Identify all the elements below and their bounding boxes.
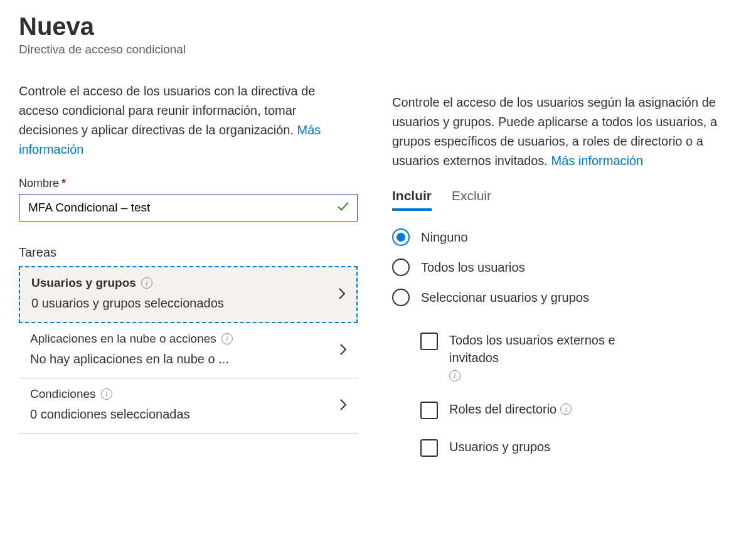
chevron-right-icon bbox=[338, 286, 346, 304]
task-cloud-apps-title: Aplicaciones en la nube o acciones bbox=[30, 332, 216, 346]
name-label-text: Nombre bbox=[19, 177, 59, 190]
radio-select-users-groups[interactable]: Seleccionar usuarios y grupos bbox=[392, 289, 734, 306]
checkbox-icon bbox=[420, 439, 438, 457]
radio-all-users[interactable]: Todos los usuarios bbox=[392, 259, 734, 276]
right-more-link[interactable]: Más información bbox=[551, 154, 643, 168]
radio-none-label: Ninguno bbox=[421, 230, 468, 245]
include-exclude-tabs: Incluir Excluir bbox=[392, 188, 734, 211]
task-cloud-apps-status: No hay aplicaciones en la nube o ... bbox=[30, 352, 346, 366]
name-input[interactable] bbox=[19, 194, 358, 221]
chevron-right-icon bbox=[339, 397, 348, 415]
name-field-label: Nombre * bbox=[19, 177, 358, 190]
radio-select-users-groups-label: Seleccionar usuarios y grupos bbox=[421, 291, 589, 305]
task-users-groups[interactable]: Usuarios y grupos i 0 usuarios y grupos … bbox=[19, 266, 358, 323]
radio-none[interactable]: Ninguno bbox=[392, 228, 734, 246]
select-subtypes-group: Todos los usuarios externos e invitados … bbox=[392, 331, 734, 457]
chevron-right-icon bbox=[339, 342, 348, 360]
info-icon[interactable]: i bbox=[221, 333, 233, 344]
tasks-heading: Tareas bbox=[19, 245, 358, 260]
page-subtitle: Directiva de acceso condicional bbox=[19, 43, 358, 56]
task-users-groups-status: 0 usuarios y grupos seleccionados bbox=[31, 296, 345, 311]
page-title: Nueva bbox=[19, 13, 358, 40]
required-indicator: * bbox=[61, 177, 66, 190]
checkbox-directory-roles[interactable]: Roles del directorio i bbox=[420, 400, 734, 419]
info-icon[interactable]: i bbox=[101, 388, 112, 400]
checkbox-icon bbox=[420, 333, 438, 350]
radio-icon bbox=[392, 289, 410, 306]
checkbox-users-groups-label: Usuarios y grupos bbox=[449, 438, 550, 456]
checkbox-icon bbox=[420, 402, 438, 419]
left-description-text: Controle el acceso de los usuarios con l… bbox=[19, 84, 315, 137]
tab-exclude[interactable]: Excluir bbox=[452, 188, 491, 211]
left-description: Controle el acceso de los usuarios con l… bbox=[19, 82, 358, 159]
task-users-groups-title: Usuarios y grupos bbox=[31, 276, 136, 290]
tab-include[interactable]: Incluir bbox=[392, 188, 432, 211]
task-conditions[interactable]: Condiciones i 0 condiciones seleccionada… bbox=[19, 378, 358, 434]
task-conditions-title: Condiciones bbox=[30, 387, 96, 401]
radio-icon bbox=[392, 228, 410, 246]
info-icon[interactable]: i bbox=[449, 370, 461, 381]
checkbox-guests-label: Todos los usuarios externos e invitados bbox=[449, 331, 663, 366]
checkbox-directory-roles-label: Roles del directorio bbox=[449, 400, 556, 418]
radio-icon bbox=[392, 259, 410, 276]
task-cloud-apps[interactable]: Aplicaciones en la nube o acciones i No … bbox=[19, 323, 358, 378]
info-icon[interactable]: i bbox=[141, 277, 152, 289]
task-conditions-status: 0 condiciones seleccionadas bbox=[30, 407, 346, 422]
radio-all-users-label: Todos los usuarios bbox=[421, 260, 525, 275]
right-description: Controle el acceso de los usuarios según… bbox=[392, 93, 734, 171]
checkbox-users-groups[interactable]: Usuarios y grupos bbox=[420, 438, 734, 457]
user-scope-radio-group: Ninguno Todos los usuarios Seleccionar u… bbox=[392, 228, 734, 306]
info-icon[interactable]: i bbox=[560, 403, 572, 415]
checkbox-guests[interactable]: Todos los usuarios externos e invitados … bbox=[420, 331, 734, 381]
